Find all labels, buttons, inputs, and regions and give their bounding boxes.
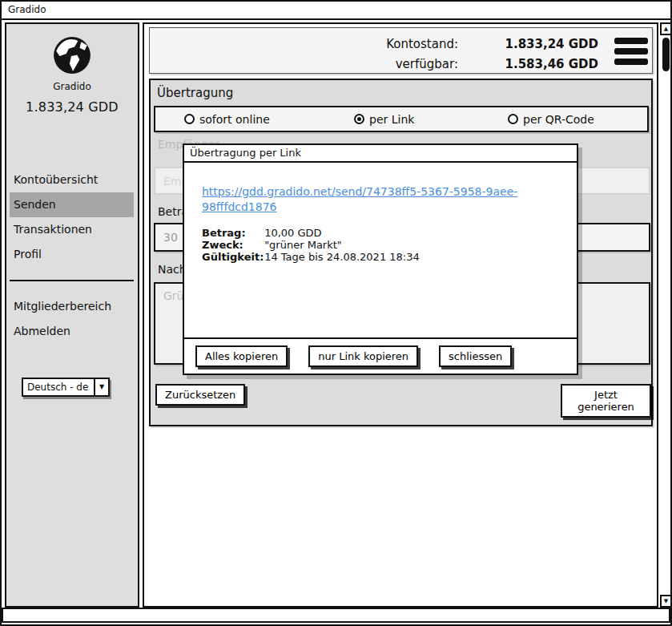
radio-sofort-online[interactable]: sofort online bbox=[184, 113, 270, 126]
verfuegbar-value: 1.583,46 GDD bbox=[458, 55, 598, 75]
radio-icon bbox=[508, 114, 518, 124]
language-select[interactable]: Deutsch - de ▼ bbox=[22, 378, 110, 397]
modal-details: Betrag: 10,00 GDD Zweck: "grüner Markt" … bbox=[202, 227, 577, 263]
horizontal-scrollbar[interactable] bbox=[2, 608, 670, 623]
detail-row-gueltigkeit: Gültigkeit: 14 Tage bis 24.08.2021 18:34 bbox=[202, 251, 577, 263]
copy-all-button[interactable]: Alles kopieren bbox=[195, 345, 288, 367]
detail-label: Gültigkeit: bbox=[202, 251, 261, 263]
sidebar-balance: 1.833,24 GDD bbox=[6, 99, 138, 115]
transfer-link-modal: Übertragung per Link https://gdd.gradido… bbox=[183, 143, 578, 375]
vertical-scrollbar-thumb[interactable] bbox=[662, 38, 670, 71]
detail-value: 14 Tage bis 24.08.2021 18:34 bbox=[264, 251, 420, 263]
chevron-down-icon[interactable]: ▼ bbox=[94, 379, 108, 395]
window-titlebar: Gradido bbox=[2, 2, 670, 20]
sidebar-item-profil[interactable]: Profil bbox=[10, 242, 134, 267]
scroll-down-icon[interactable]: ▼ bbox=[660, 595, 672, 608]
globe-icon bbox=[51, 34, 93, 76]
radio-label: sofort online bbox=[199, 113, 270, 126]
sidebar-item-abmelden[interactable]: Abmelden bbox=[10, 319, 134, 344]
generate-button[interactable]: Jetzt generieren bbox=[561, 384, 651, 418]
modal-footer: Alles kopieren nur Link kopieren schlies… bbox=[184, 337, 577, 374]
kontostand-label: Kontostand: bbox=[386, 34, 458, 55]
transfer-mode-radiogroup: sofort online per Link per QR-Code bbox=[154, 106, 649, 132]
modal-titlebar: Übertragung per Link bbox=[184, 145, 577, 163]
account-header: Kontostand: 1.833,24 GDD verfügbar: 1.58… bbox=[149, 27, 653, 74]
radio-label: per Link bbox=[369, 113, 414, 126]
radio-label: per QR-Code bbox=[523, 113, 594, 126]
logo-label: Gradido bbox=[6, 81, 138, 92]
language-select-value: Deutsch - de bbox=[23, 379, 94, 395]
sidebar-item-mitgliederbereich[interactable]: Mitgliederbereich bbox=[10, 294, 134, 319]
sidebar-item-senden[interactable]: Senden bbox=[10, 192, 134, 217]
detail-value: "grüner Markt" bbox=[264, 239, 342, 251]
scroll-up-icon[interactable]: ▲ bbox=[660, 22, 672, 35]
menu-icon[interactable] bbox=[614, 38, 648, 65]
detail-label: Betrag: bbox=[202, 227, 261, 239]
verfuegbar-label: verfügbar: bbox=[386, 55, 458, 75]
close-button[interactable]: schliessen bbox=[439, 345, 512, 367]
copy-link-button[interactable]: nur Link kopieren bbox=[308, 345, 418, 367]
sidebar-item-kontouebersicht[interactable]: Kontoübersicht bbox=[10, 168, 134, 192]
vertical-scrollbar[interactable]: ▲ ▼ bbox=[660, 22, 672, 608]
modal-body: https://gdd.gradido.net/send/74738ff5-53… bbox=[184, 164, 577, 337]
transfer-title: Übertragung bbox=[157, 86, 233, 100]
balance-summary: Kontostand: 1.833,24 GDD verfügbar: 1.58… bbox=[386, 34, 598, 75]
app-window: Gradido Gradido 1.833,24 GDD Kontoübersi… bbox=[0, 0, 672, 626]
reset-button[interactable]: Zurücksetzen bbox=[155, 384, 245, 406]
detail-value: 10,00 GDD bbox=[264, 227, 321, 239]
sidebar-divider bbox=[10, 280, 134, 281]
window-title: Gradido bbox=[8, 4, 46, 15]
detail-row-betrag: Betrag: 10,00 GDD bbox=[202, 227, 577, 239]
detail-label: Zweck: bbox=[202, 239, 261, 251]
sidebar: Gradido 1.833,24 GDD Kontoübersicht Send… bbox=[5, 22, 139, 608]
transfer-link[interactable]: https://gdd.gradido.net/send/74738ff5-53… bbox=[202, 185, 517, 213]
sidebar-item-transaktionen[interactable]: Transaktionen bbox=[10, 217, 134, 242]
radio-icon bbox=[184, 114, 195, 124]
detail-row-zweck: Zweck: "grüner Markt" bbox=[202, 239, 577, 251]
kontostand-value: 1.833,24 GDD bbox=[458, 34, 598, 55]
radio-selected-icon bbox=[354, 114, 364, 124]
radio-per-link[interactable]: per Link bbox=[354, 113, 414, 126]
radio-per-qr-code[interactable]: per QR-Code bbox=[508, 113, 594, 126]
